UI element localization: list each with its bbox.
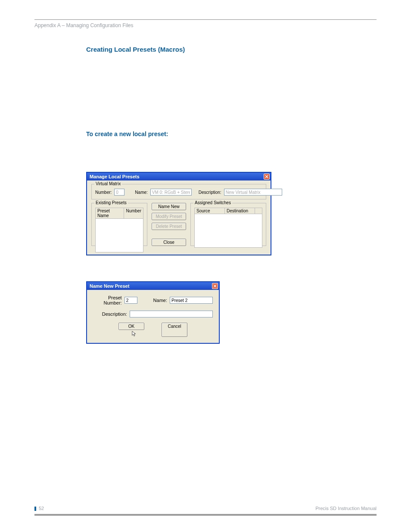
delete-preset-button[interactable]: Delete Preset: [152, 223, 186, 230]
preset-name-input[interactable]: [170, 297, 213, 304]
preset-number-input[interactable]: [125, 297, 137, 304]
col-blank: [255, 208, 262, 214]
top-rule: [34, 19, 377, 20]
number-label: Number:: [95, 190, 112, 195]
close-button[interactable]: [264, 174, 270, 180]
close-dialog-button[interactable]: Close: [152, 239, 186, 246]
close-icon: [265, 175, 268, 178]
modify-preset-button[interactable]: Modify Preset: [152, 213, 186, 220]
vm-desc-input[interactable]: [224, 189, 282, 196]
group-title: Virtual Matrix: [94, 181, 122, 186]
vm-name-input[interactable]: [150, 189, 192, 196]
preset-desc-input[interactable]: [130, 311, 213, 317]
group-title: Assigned Switches: [193, 200, 232, 205]
footer-rule: [34, 514, 377, 516]
assigned-switches-group: Assigned Switches Source Destination: [190, 203, 266, 246]
desc-label: Description:: [199, 190, 221, 195]
page-footer: 52 Precis SD Instruction Manual: [34, 506, 377, 513]
group-title: Existing Presets: [94, 200, 128, 205]
name-new-button[interactable]: Name New: [152, 203, 186, 210]
section-heading: Creating Local Presets (Macros): [86, 46, 377, 53]
col-dest: Destination: [225, 208, 255, 214]
vm-number-input[interactable]: [114, 189, 125, 196]
name-new-preset-dialog: Name New Preset Preset Number: Name: Des…: [86, 281, 220, 344]
col-number: Number: [124, 208, 143, 218]
col-preset-name: Preset Name: [96, 208, 124, 218]
cursor-icon: [131, 331, 137, 337]
existing-presets-group: Existing Presets Preset Name Number: [91, 203, 147, 246]
page-number: 52: [34, 506, 44, 511]
preset-number-label: Preset Number:: [93, 295, 122, 305]
manage-local-presets-dialog: Manage Local Presets Virtual Matrix Numb…: [86, 172, 271, 255]
close-button[interactable]: [212, 283, 218, 289]
name-label: Name:: [135, 190, 147, 195]
dialog-titlebar: Name New Preset: [87, 282, 219, 290]
doc-title: Precis SD Instruction Manual: [315, 506, 377, 511]
appendix-header: Appendix A – Managing Configuration File…: [34, 22, 377, 28]
close-icon: [213, 284, 217, 288]
assigned-switches-list[interactable]: [194, 214, 262, 248]
dialog-title: Name New Preset: [90, 283, 129, 289]
dialog-titlebar: Manage Local Presets: [87, 173, 271, 180]
dialog-title: Manage Local Presets: [90, 174, 140, 179]
sub-heading: To create a new local preset:: [86, 131, 377, 137]
existing-presets-list[interactable]: [95, 219, 143, 252]
assigned-switches-header: Source Destination: [194, 208, 262, 214]
preset-desc-label: Description:: [93, 311, 127, 317]
virtual-matrix-group: Virtual Matrix Number: Name: Description…: [91, 184, 266, 199]
ok-button[interactable]: OK: [118, 323, 144, 330]
cancel-button[interactable]: Cancel: [162, 323, 187, 337]
preset-name-label: Name:: [153, 298, 167, 303]
existing-presets-header: Preset Name Number: [95, 208, 143, 219]
col-source: Source: [195, 208, 225, 214]
